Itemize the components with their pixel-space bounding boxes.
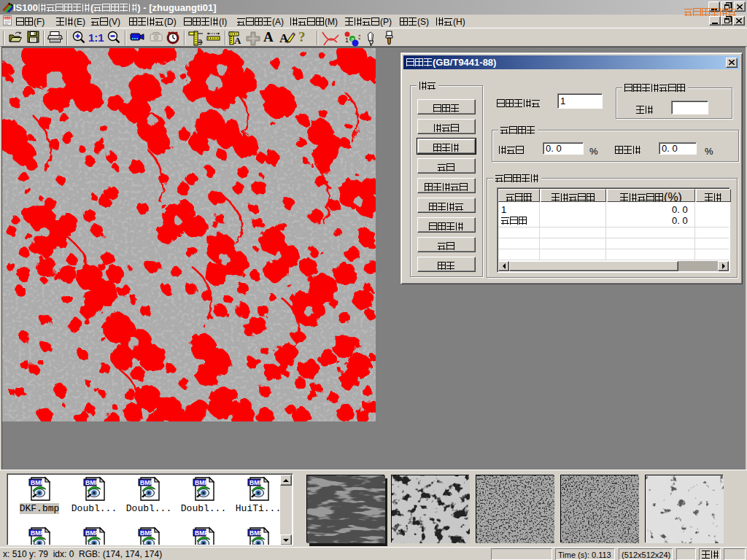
svg-text:BMP: BMP bbox=[31, 529, 44, 537]
svg-text:BMP: BMP bbox=[249, 529, 263, 537]
svg-text:DOC: DOC bbox=[4, 16, 12, 20]
svg-text:BMP: BMP bbox=[249, 479, 263, 486]
svg-text:BMP: BMP bbox=[31, 479, 44, 486]
svg-text:1: 1 bbox=[345, 36, 349, 44]
svg-text:BMP: BMP bbox=[140, 529, 154, 537]
svg-text:BMP: BMP bbox=[195, 529, 209, 537]
svg-text:A: A bbox=[279, 31, 289, 45]
svg-text:BMP: BMP bbox=[195, 479, 209, 486]
svg-text:BMP: BMP bbox=[140, 479, 154, 486]
svg-text:A: A bbox=[234, 35, 241, 45]
svg-text:BMP: BMP bbox=[85, 479, 99, 486]
svg-text:3: 3 bbox=[358, 34, 360, 41]
svg-text:BMP: BMP bbox=[85, 529, 99, 537]
